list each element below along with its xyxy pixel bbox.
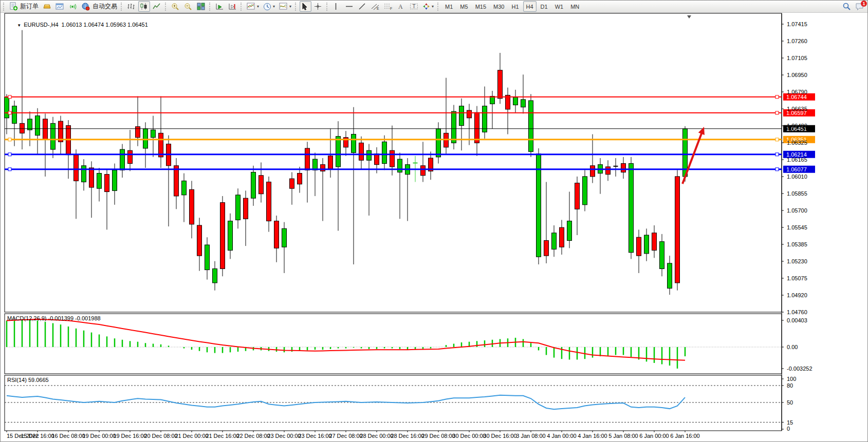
date-tick: 23 Dec 16:00: [298, 433, 331, 439]
vertical-line-tool-button[interactable]: [331, 1, 343, 12]
date-tick: 28 Dec 16:00: [391, 433, 424, 439]
rsi-indicator-label: RSI(14) 59.0665: [7, 377, 49, 383]
line-chart-icon: [153, 3, 161, 10]
label-icon: T: [410, 3, 418, 10]
date-tick: 4 Jan 16:00: [578, 433, 607, 439]
svg-text:15: 15: [787, 419, 793, 426]
button-label: M5: [460, 4, 468, 10]
arrows-icon: [422, 3, 430, 10]
market-watch-button[interactable]: [41, 1, 53, 12]
date-tick: 21 Dec 00:00: [175, 433, 208, 439]
svg-text:E: E: [377, 7, 379, 10]
chart-window: 1.067441.065971.064511.063511.062141.060…: [1, 13, 868, 442]
autoscroll-icon: [215, 3, 224, 10]
channel-tool-button[interactable]: E: [370, 1, 381, 12]
search-button[interactable]: [841, 1, 853, 12]
toolbar-separator: [3, 3, 6, 11]
button-label: 新订单: [20, 2, 39, 11]
signal-icon: [68, 3, 77, 10]
price-tick: 1.06635: [787, 106, 807, 112]
text-icon: A: [397, 3, 404, 10]
indicators-button[interactable]: ▾: [245, 1, 261, 12]
timeframe-m5-button[interactable]: M5: [457, 1, 471, 12]
button-label: M15: [475, 4, 486, 10]
svg-text:100: 100: [787, 376, 796, 382]
price-tick: 1.06325: [787, 140, 807, 146]
tile-windows-button[interactable]: [195, 1, 207, 12]
svg-text:F: F: [390, 7, 392, 10]
svg-text:1.06077: 1.06077: [786, 166, 807, 172]
chart-shift-button[interactable]: [227, 1, 238, 12]
bar-chart-button[interactable]: [125, 1, 137, 12]
crosshair-icon: [314, 3, 322, 10]
timeframe-h1-button[interactable]: H1: [508, 1, 522, 12]
date-tick: 23 Dec 00:00: [267, 433, 301, 439]
timeframe-m1-button[interactable]: M1: [442, 1, 456, 12]
autotrade-button[interactable]: 自动交易: [80, 1, 119, 12]
trendline-tool-button[interactable]: [357, 1, 368, 12]
price-tick: 1.06480: [787, 123, 807, 129]
toolbar-separator: [295, 3, 298, 11]
price-tick: 1.05230: [787, 258, 807, 264]
text-tool-button[interactable]: A: [395, 1, 407, 12]
time-axis[interactable]: 15 Dec 202215 Dec 16:0016 Dec 08:0019 De…: [7, 431, 700, 439]
chevron-down-icon[interactable]: ▾: [432, 4, 434, 9]
clock-icon: [263, 3, 271, 11]
button-label: M1: [445, 4, 453, 10]
date-tick: 21 Dec 16:00: [206, 433, 239, 439]
search-icon: [842, 2, 851, 11]
label-tool-button[interactable]: T: [408, 1, 420, 12]
horizontal-line-tool-button[interactable]: [344, 1, 356, 12]
autoscroll-button[interactable]: [214, 1, 226, 12]
price-tick: 1.06010: [787, 174, 807, 180]
price-tick: 1.07415: [787, 21, 807, 27]
crosshair-tool-button[interactable]: [312, 1, 324, 12]
chevron-down-icon[interactable]: ▾: [289, 4, 291, 9]
line-chart-button[interactable]: [151, 1, 163, 12]
new-order-button[interactable]: 新订单: [8, 1, 40, 12]
toolbar-group: [213, 1, 239, 13]
signals-button[interactable]: [67, 1, 79, 12]
tile-icon: [197, 3, 205, 10]
hline-icon: [345, 3, 353, 10]
price-tick: 1.05385: [787, 241, 807, 247]
vline-icon: [333, 3, 339, 10]
chart-canvas[interactable]: 1.067441.065971.064511.063511.062141.060…: [1, 13, 868, 442]
cursor-tool-button[interactable]: [300, 1, 311, 12]
notifications-button[interactable]: 1: [854, 1, 866, 12]
fibonacci-tool-button[interactable]: F: [382, 1, 394, 12]
new-order-icon: [9, 2, 18, 11]
templates-icon: [279, 3, 288, 10]
cursor-icon: [301, 3, 308, 10]
date-tick: 15 Dec 16:00: [21, 433, 54, 439]
arrows-tool-button[interactable]: ▾: [421, 1, 435, 12]
timeframe-d1-button[interactable]: D1: [538, 1, 551, 12]
timeframe-m15-button[interactable]: M15: [472, 1, 489, 12]
chevron-down-icon[interactable]: ▾: [273, 4, 275, 9]
svg-text:0: 0: [787, 426, 790, 432]
timeframe-m30-button[interactable]: M30: [490, 1, 507, 12]
price-tick: 1.05855: [787, 190, 807, 197]
date-tick: 29 Dec 08:00: [421, 433, 455, 439]
new-chart-button[interactable]: [54, 1, 66, 12]
timeframe-h4-button[interactable]: H4: [523, 1, 537, 12]
date-tick: 19 Dec 16:00: [113, 433, 146, 439]
chevron-down-icon[interactable]: ▾: [257, 4, 259, 9]
toolbar-group: M1M5M15M30H1H4D1W1MN: [441, 1, 583, 13]
templates-button[interactable]: ▾: [278, 1, 293, 12]
notification-badge: 1: [861, 1, 867, 7]
zoom-out-button[interactable]: [182, 1, 194, 12]
zoom-out-icon: [184, 3, 192, 11]
candlestick-chart-button[interactable]: [138, 1, 150, 12]
periods-button[interactable]: ▾: [262, 1, 276, 12]
chart-title-collapse-icon[interactable]: ▼: [17, 23, 21, 28]
timeframe-w1-button[interactable]: W1: [552, 1, 567, 12]
date-tick: 28 Dec 00:00: [360, 433, 393, 439]
button-label: M30: [493, 4, 504, 10]
timeframe-mn-button[interactable]: MN: [567, 1, 582, 12]
zoom-in-button[interactable]: [170, 1, 181, 12]
svg-text:50: 50: [787, 399, 793, 406]
price-tick: 1.05075: [787, 275, 807, 281]
button-label: W1: [555, 4, 564, 10]
price-tick: 1.06950: [787, 72, 807, 78]
